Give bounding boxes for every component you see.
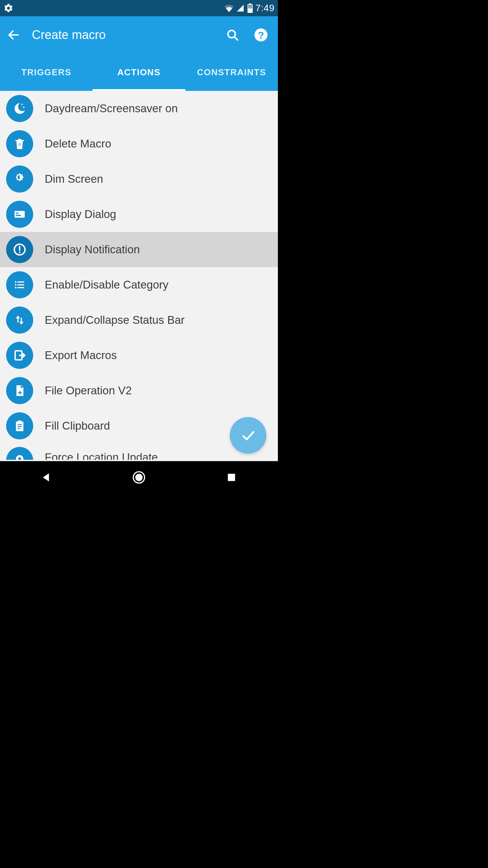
list-item-label: Display Dialog (45, 208, 116, 221)
svg-rect-22 (17, 287, 24, 288)
battery-icon: 56 (247, 3, 253, 13)
list-item-label: Export Macros (45, 349, 117, 362)
circle-home-icon (132, 471, 146, 484)
svg-point-21 (15, 287, 17, 289)
list-item[interactable]: Export Macros (0, 338, 278, 373)
tab-constraints[interactable]: CONSTRAINTS (185, 54, 278, 91)
svg-text:?: ? (258, 29, 264, 41)
status-left (3, 3, 14, 13)
status-bar: 56 7:49 (0, 0, 278, 16)
list-icon (6, 271, 33, 298)
svg-point-31 (135, 474, 143, 481)
settings-gear-icon (3, 3, 14, 13)
app-bar: Create macro ? TRIGGERS ACTIONS CONSTRAI… (0, 16, 278, 91)
search-icon (226, 28, 239, 42)
clipboard-icon (6, 412, 33, 439)
svg-point-16 (19, 252, 21, 253)
list-item[interactable]: File Operation V2 (0, 373, 278, 408)
svg-rect-13 (16, 213, 18, 214)
list-item-label: Force Location Update (45, 451, 158, 460)
nav-recent-button[interactable] (218, 467, 245, 488)
confirm-fab[interactable] (230, 417, 266, 454)
help-button[interactable]: ? (253, 27, 269, 43)
list-item-label: Delete Macro (45, 137, 111, 150)
list-item[interactable]: Display Dialog (0, 197, 278, 232)
svg-rect-12 (16, 215, 21, 216)
status-right: 56 7:49 (224, 3, 275, 14)
list-item[interactable]: Display Notification (0, 232, 278, 267)
svg-rect-11 (15, 211, 25, 218)
brightness-icon (6, 165, 33, 193)
nav-back-button[interactable] (33, 467, 60, 488)
svg-point-17 (15, 281, 17, 283)
swap-vertical-icon (6, 307, 33, 334)
file-arrow-icon (6, 377, 33, 404)
list-item-label: Fill Clipboard (45, 419, 110, 432)
actions-list[interactable]: Daydream/Screensaver on Delete Macro Dim… (0, 91, 278, 461)
wifi-icon (224, 4, 234, 12)
cell-signal-icon (236, 4, 245, 12)
square-recent-icon (226, 472, 237, 483)
app-bar-row: Create macro ? (0, 16, 278, 54)
svg-rect-20 (17, 284, 24, 285)
svg-rect-32 (228, 474, 235, 481)
list-item-label: Enable/Disable Category (45, 278, 168, 291)
trash-icon (6, 130, 33, 157)
list-item[interactable]: Delete Macro (0, 126, 278, 161)
tab-actions[interactable]: ACTIONS (93, 54, 185, 91)
svg-rect-28 (18, 428, 20, 429)
help-icon: ? (254, 28, 268, 42)
svg-point-19 (15, 284, 17, 286)
svg-rect-26 (18, 424, 22, 425)
tab-triggers[interactable]: TRIGGERS (0, 54, 93, 91)
list-item-label: Display Notification (45, 243, 140, 256)
svg-rect-1 (249, 3, 251, 4)
location-icon (6, 447, 33, 460)
tabs: TRIGGERS ACTIONS CONSTRAINTS (0, 54, 278, 91)
card-icon (6, 201, 33, 228)
back-button[interactable] (5, 27, 22, 43)
list-item[interactable]: Expand/Collapse Status Bar (0, 302, 278, 338)
list-item-label: File Operation V2 (45, 384, 132, 397)
svg-rect-18 (17, 281, 24, 282)
moon-stars-icon (6, 95, 33, 122)
svg-rect-25 (18, 420, 21, 422)
navigation-bar (0, 461, 278, 494)
triangle-back-icon (40, 471, 53, 484)
list-item-label: Expand/Collapse Status Bar (45, 314, 185, 327)
arrow-left-icon (7, 28, 20, 42)
battery-text: 56 (248, 5, 251, 8)
nav-home-button[interactable] (125, 467, 152, 488)
svg-point-8 (21, 104, 23, 105)
list-item[interactable]: Dim Screen (0, 161, 278, 197)
check-icon (240, 427, 256, 443)
list-item-label: Dim Screen (45, 173, 103, 185)
list-item[interactable]: Enable/Disable Category (0, 267, 278, 302)
search-button[interactable] (224, 27, 241, 43)
list-item-label: Daydream/Screensaver on (45, 102, 178, 115)
alert-circle-icon (6, 236, 33, 263)
svg-line-5 (234, 37, 238, 40)
status-time: 7:49 (256, 3, 275, 14)
list-item[interactable]: Daydream/Screensaver on (0, 91, 278, 126)
svg-rect-27 (18, 426, 22, 427)
page-title: Create macro (32, 28, 106, 42)
screen: 56 7:49 Create macro ? TRIGGERS ACTIONS (0, 0, 278, 494)
export-icon (6, 342, 33, 369)
app-actions: ? (224, 27, 272, 43)
